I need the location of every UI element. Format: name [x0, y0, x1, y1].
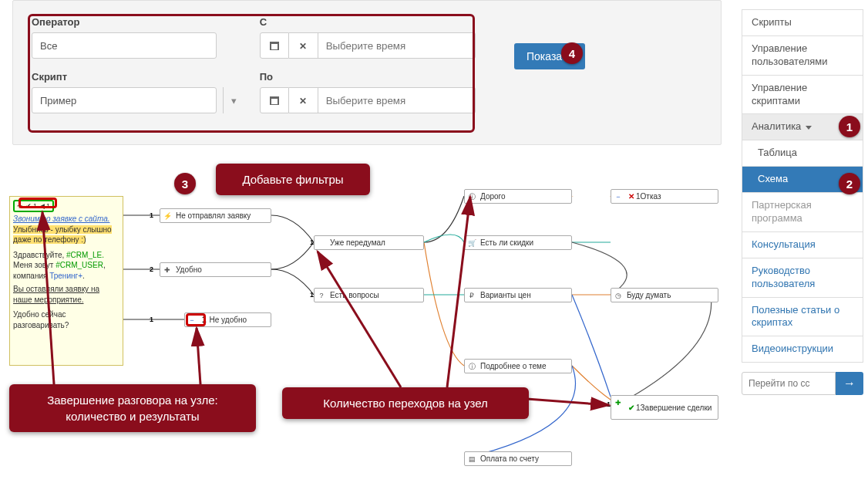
operator-select[interactable]: [32, 32, 217, 59]
script-label: Скрипт: [32, 71, 244, 83]
minus-icon: −: [614, 192, 623, 201]
node-price-options[interactable]: ₽Варианты цен: [464, 288, 572, 302]
from-time-input[interactable]: [318, 32, 476, 59]
flow-diagram: 1 2 1 1 1 1 ✈ ✔ 1 ◀ 1 Звоним по заявке с…: [9, 196, 731, 481]
script-select[interactable]: [32, 87, 217, 113]
check-icon: ✔: [628, 404, 634, 412]
clear-from-icon[interactable]: [289, 32, 318, 59]
node-no-request[interactable]: ⚡Не отправлял заявку: [160, 208, 271, 223]
node-discounts[interactable]: 🛒Есть ли скидки: [464, 235, 572, 250]
minus-icon: −: [187, 316, 197, 325]
node-will-think[interactable]: ◷Буду думать: [611, 288, 718, 302]
sidebar-item-scripts[interactable]: Скрипты: [742, 9, 863, 36]
sidebar-item-consult[interactable]: Консультация: [742, 232, 863, 258]
x-icon: ✕: [628, 192, 634, 201]
node-not-convenient[interactable]: −1Не удобно: [184, 312, 271, 327]
svg-text:1: 1: [150, 211, 153, 219]
start-node[interactable]: ✈ ✔ 1 ◀ 1 Звоним по заявке с сайта. Улыб…: [9, 196, 123, 366]
goto-input[interactable]: [742, 372, 836, 395]
clock-icon: ◷: [614, 291, 623, 300]
info-icon: ⓘ: [467, 192, 476, 201]
plus-icon: ✚: [163, 265, 172, 275]
node-invoice-pay[interactable]: ▤Оплата по счету: [464, 451, 572, 466]
caret-down-icon[interactable]: ▾: [223, 87, 244, 113]
callout-add-filters: Добавьте фильтры: [216, 164, 370, 195]
start-result-icons: ✈ ✔ 1 ◀ 1: [13, 200, 54, 212]
info-icon: ⓘ: [467, 362, 476, 371]
clear-to-icon[interactable]: [289, 87, 318, 113]
node-refusal[interactable]: −✕1Отказ: [611, 189, 718, 204]
question-icon: ?: [317, 291, 326, 300]
from-label: С: [260, 16, 476, 28]
start-highlight: Улыбнись - улыбку слышно даже по телефон…: [13, 225, 112, 245]
cart-icon: 🛒: [467, 238, 476, 248]
step-badge-1: 1: [839, 116, 860, 137]
node-convenient[interactable]: ✚Удобно: [160, 262, 271, 277]
node-deal-done[interactable]: ✚✔1Завершение сделки: [611, 395, 718, 420]
node-have-questions[interactable]: ?Есть вопросы: [314, 288, 424, 302]
start-link-1: Звоним по заявке с сайта.: [13, 214, 119, 225]
step-badge-3: 3: [174, 173, 196, 194]
sidebar-item-manage-scripts[interactable]: Управление скриптами: [742, 76, 863, 115]
callout-node-end: Завершение разговора на узле: количество…: [9, 384, 256, 432]
doc-icon: ▤: [467, 454, 476, 464]
goto-link-group: [742, 372, 863, 395]
sidebar-item-table[interactable]: Таблица: [742, 140, 863, 167]
caret-down-icon: [806, 126, 812, 130]
plus-icon: ✚: [614, 398, 623, 407]
operator-label: Оператор: [32, 16, 244, 28]
calendar-icon[interactable]: [260, 32, 289, 59]
callout-transitions: Количество переходов на узел: [282, 387, 529, 419]
filter-panel: Оператор Скрипт ▾ С По: [12, 0, 722, 145]
svg-text:1: 1: [150, 316, 153, 323]
step-badge-4: 4: [561, 42, 583, 64]
goto-button[interactable]: [836, 372, 863, 395]
to-label: По: [260, 71, 476, 83]
node-expensive[interactable]: ⓘДорого: [464, 189, 572, 204]
bolt-icon: ⚡: [163, 211, 172, 221]
sidebar: Скрипты Управление пользователями Управл…: [742, 9, 863, 395]
calendar-icon[interactable]: [260, 87, 289, 113]
sidebar-item-articles[interactable]: Полезные статьи о скриптах: [742, 298, 863, 337]
arrow-right-icon: [843, 378, 856, 390]
step-badge-2: 2: [839, 173, 860, 194]
node-more-topic[interactable]: ⓘПодробнее о теме: [464, 359, 572, 373]
sidebar-item-users[interactable]: Управление пользователями: [742, 36, 863, 76]
svg-text:2: 2: [150, 265, 153, 273]
to-time-input[interactable]: [318, 87, 476, 113]
sidebar-item-guide[interactable]: Руководство пользователя: [742, 258, 863, 298]
ruble-icon: ₽: [467, 291, 476, 300]
sidebar-item-partner[interactable]: Партнерская программа: [742, 193, 863, 232]
node-changed-mind[interactable]: Уже передумал: [314, 235, 424, 250]
sidebar-item-videos[interactable]: Видеоинструкции: [742, 336, 863, 363]
